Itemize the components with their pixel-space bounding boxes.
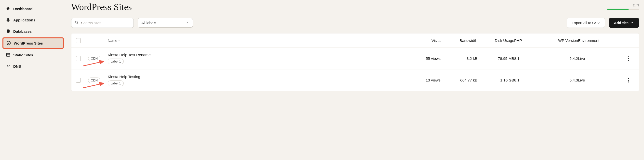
progress-indicator: 2 / 3 [607,2,639,10]
labels-dropdown[interactable]: All labels [138,18,193,28]
chevron-down-icon [186,21,189,25]
row-actions-button[interactable] [622,55,634,62]
cell-env: Live [578,78,622,83]
chevron-down-icon [630,21,634,25]
cell-php: 8.1 [514,78,539,83]
sidebar-item-applications[interactable]: Applications [2,15,64,25]
sidebar-item-dashboard[interactable]: Dashboard [2,4,64,14]
cell-wp: 6.4.2 [539,56,578,61]
sites-table: Name↑ Visits Bandwidth Disk Usage PHP WP… [71,33,639,91]
table-row[interactable]: CDN Kinsta Help Test Rename Label 1 55 v… [72,48,639,69]
column-environment[interactable]: Environment [578,38,622,43]
cell-visits: 13 views [409,78,440,83]
main-content: WordPress Sites 2 / 3 All labels [66,0,644,160]
cell-env: Live [578,56,622,61]
column-wp-version[interactable]: WP Version [539,38,578,43]
search-box[interactable] [71,18,134,28]
wordpress-icon [6,41,11,45]
sidebar-item-label: DNS [13,64,21,68]
row-checkbox[interactable] [76,56,81,61]
site-name[interactable]: Kinsta Help Testing [108,74,140,79]
svg-line-5 [83,83,104,88]
table-row[interactable]: CDN Kinsta Help Testing Label 1 13 views… [72,69,639,91]
sidebar-item-label: Databases [13,29,32,33]
sort-asc-icon: ↑ [118,39,120,43]
sidebar-item-label: Static Sites [13,53,33,57]
cell-bandwidth: 664.77 kB [440,78,477,83]
cell-wp: 6.4.3 [539,78,578,83]
site-label-chip[interactable]: Label 1 [108,59,124,64]
site-label-chip[interactable]: Label 1 [108,81,124,86]
database-icon [6,29,10,33]
progress-fill [607,9,628,10]
sidebar-item-static-sites[interactable]: Static Sites [2,50,64,60]
row-checkbox[interactable] [76,78,81,83]
column-name[interactable]: Name↑ [108,39,409,43]
sidebar-item-databases[interactable]: Databases [2,26,64,36]
dropdown-label: All labels [141,21,156,25]
search-input[interactable] [81,21,130,25]
select-all-checkbox[interactable] [76,38,81,43]
sidebar-item-label: WordPress Sites [14,41,43,45]
column-disk-usage[interactable]: Disk Usage [477,38,514,43]
window-icon [6,53,10,57]
layers-icon [6,18,10,22]
search-icon [75,21,78,25]
column-bandwidth[interactable]: Bandwidth [440,38,477,43]
button-label: Add site [614,21,628,25]
add-site-button[interactable]: Add site [609,18,639,28]
svg-rect-2 [6,53,10,56]
column-visits[interactable]: Visits [409,38,440,43]
sidebar-item-label: Applications [13,18,35,22]
svg-point-3 [75,21,78,23]
column-php[interactable]: PHP [514,38,539,43]
page-title: WordPress Sites [71,2,132,12]
cdn-badge: CDN [88,77,100,83]
sidebar-item-wordpress-sites[interactable]: WordPress Sites [2,37,64,49]
home-icon [6,7,10,11]
sidebar-item-dns[interactable]: DNS [2,61,64,71]
cell-bandwidth: 3.2 kB [440,56,477,61]
button-label: Export all to CSV [572,21,600,25]
row-actions-button[interactable] [622,76,634,84]
cell-visits: 55 views [409,56,440,61]
svg-line-4 [83,61,104,66]
toolbar: All labels Export all to CSV Add site [71,18,639,28]
cell-disk: 78.95 MB [477,56,514,61]
table-header: Name↑ Visits Bandwidth Disk Usage PHP WP… [72,33,639,48]
progress-bar [607,9,639,10]
site-name[interactable]: Kinsta Help Test Rename [108,53,151,57]
progress-label: 2 / 3 [607,4,639,7]
cdn-badge: CDN [88,56,100,61]
sidebar: Dashboard Applications Databases WordPre… [0,0,66,160]
dns-icon [6,64,10,68]
cell-php: 8.1 [514,56,539,61]
sidebar-item-label: Dashboard [13,7,32,11]
cell-disk: 1.16 GB [477,78,514,83]
export-csv-button[interactable]: Export all to CSV [567,18,605,28]
